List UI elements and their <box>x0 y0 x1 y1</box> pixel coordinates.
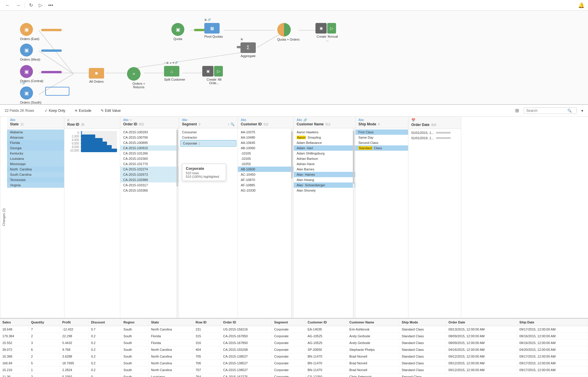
orderid-CA2015-101266[interactable]: CA-2015-101266 <box>120 151 179 156</box>
state-item-tennessee[interactable]: Tennessee <box>7 177 64 182</box>
custid-10105[interactable]: ​-10105 <box>238 151 293 156</box>
shipmode-second-class[interactable]: Second Class <box>355 140 408 145</box>
state-item-arkansas[interactable]: Arkansas <box>7 135 64 140</box>
cname-alan-barnes[interactable]: Alan Barnes <box>294 167 355 172</box>
layout-toggle-button[interactable]: ⊞ <box>515 108 519 113</box>
shipmode-same-day[interactable]: Same Day <box>355 135 408 140</box>
node-orders-west[interactable]: ▣ Orders (West) <box>20 44 40 61</box>
columns-container: Abc State 11 Alabama Arkansas Florida Ge… <box>7 117 588 318</box>
node-split-customer[interactable]: △ Split Customer ▿▣▲■🔗 <box>164 66 185 81</box>
play-button[interactable]: ▷ <box>37 2 44 9</box>
orderdate-01012019[interactable]: 01/01/2019, 1... <box>408 135 461 141</box>
cname-aaron-hawkins[interactable]: Aaron Hawkins <box>294 129 355 135</box>
custid-AB10060[interactable]: AB-10060 <box>238 145 293 151</box>
search-input[interactable] <box>526 109 567 113</box>
exclude-button[interactable]: ✕ Exclude <box>72 107 94 114</box>
table-cell: BN-11470 <box>305 367 347 373</box>
cname-alan-hwang[interactable]: Alan Hwang <box>294 177 355 182</box>
orderid-CA2015-101560[interactable]: CA-2015-101560 <box>120 156 179 161</box>
cname-adam-bellavance[interactable]: Adam Bellavance <box>294 140 355 145</box>
orderid-CA2015-102988[interactable]: CA-2015-102988 <box>120 177 179 182</box>
custid-10255[interactable]: ​-10255 <box>238 161 293 167</box>
state-item-florida[interactable]: Florida <box>7 140 64 145</box>
keep-only-button[interactable]: ✓ Keep Only <box>42 107 68 114</box>
table-row[interactable]: 39.07269.7680.2SouthNorth Carolina404CA-… <box>0 346 588 353</box>
custid-AA10480[interactable]: AA-10480 <box>238 135 293 140</box>
orderid-CA2015-100706[interactable]: CA-2015-100706 <box>120 135 179 140</box>
node-all-orders[interactable]: ■ All Orders <box>89 68 104 83</box>
cname-adam-shillingsburg[interactable]: Adam Shillingsburg <box>294 151 355 156</box>
state-item-virginia[interactable]: Virginia <box>7 182 64 188</box>
orderid-CA2015-103317[interactable]: CA-2015-103317 <box>120 182 179 188</box>
custid-AG10330[interactable]: AG-10330 <box>238 188 293 193</box>
back-button[interactable]: ← <box>4 2 12 9</box>
state-item-south-carolina[interactable]: South Carolina <box>7 172 64 177</box>
table-cell: 2.2824 <box>60 367 88 373</box>
orderdate-01012015[interactable]: 01/01/2015, 1... <box>408 130 461 135</box>
table-row[interactable]: 10.36823.62880.2SouthNorth Carolina705CA… <box>0 353 588 360</box>
node-create-all-ord[interactable]: ▣ ▷ Create 'All Orde... <box>202 66 226 85</box>
segment-search-btn[interactable]: 🔍 <box>230 122 235 126</box>
orderid-CA2015-103366[interactable]: CA-2015-103366 <box>120 188 179 193</box>
state-item-georgia[interactable]: Georgia <box>7 145 64 151</box>
th-rowid: Row ID <box>193 319 221 326</box>
node-pivot-quotas[interactable]: ▦ Pivot Quotas ▣🔗 <box>204 23 223 38</box>
table-cell: 705 <box>193 353 221 360</box>
table-row[interactable]: 15.21612.28240.2SouthNorth Carolina707CA… <box>0 367 588 373</box>
segment-contractor[interactable]: Contractor <box>179 135 238 140</box>
orderid-CA2015-102274[interactable]: CA-2015-102274 <box>120 167 179 172</box>
table-row[interactable]: 179.384222.2980.2SouthFlorida315CA-2015-… <box>0 333 588 340</box>
node-orders-central[interactable]: ▣ Orders (Central) <box>20 65 43 83</box>
orderid-CA2015-100293[interactable]: CA-2015-100293 <box>120 129 179 135</box>
state-item-alabama[interactable]: Alabama <box>7 129 64 135</box>
refresh-button[interactable]: ↻ <box>27 2 35 9</box>
custid-AF10885[interactable]: AF-10885 <box>238 182 293 188</box>
state-item-louisiana[interactable]: Louisiana <box>7 156 64 161</box>
custid-AC10450[interactable]: AC-10450 <box>238 172 293 177</box>
state-item-mississippi[interactable]: Mississippi <box>7 161 64 167</box>
state-item-north-carolina[interactable]: North Carolina <box>7 167 64 172</box>
orderid-CA2015-100895[interactable]: CA-2015-100895 <box>120 140 179 145</box>
more-button[interactable]: ••• <box>46 2 55 9</box>
table-row[interactable]: 11.3625.33920SouthLouisiana764CA-2015-16… <box>0 373 588 377</box>
table-row[interactable]: 15.55235.44320.2SouthFlorida316CA-2015-1… <box>0 340 588 346</box>
cname-adam-hart[interactable]: Adam Hart <box>294 145 355 151</box>
cname-alan-schoenberger[interactable]: Alan Schoenberger <box>294 182 355 188</box>
bar-row-6000: 6,000 <box>67 142 117 145</box>
node-aggregate[interactable]: Σ Aggregate ▣ <box>240 42 256 58</box>
node-orders-returns[interactable]: ⚬ Orders + Returns <box>127 67 151 89</box>
node-quota-orders[interactable]: Quota + Orders <box>277 23 300 41</box>
custid-AF10870[interactable]: AF-10870 <box>238 177 293 182</box>
shipmode-standard-class[interactable]: Standard Class <box>355 145 408 151</box>
custid-AA10645[interactable]: AA-10645 <box>238 140 293 145</box>
cname-adrian-hane[interactable]: Adrian Hane <box>294 161 355 167</box>
cname-alan-shonely[interactable]: Alan Shonely <box>294 188 355 193</box>
table-cell: SP-20650 <box>305 346 347 353</box>
orderid-CA2015-101770[interactable]: CA-2015-101770 <box>120 161 179 167</box>
custid-10165[interactable]: ​-10165 <box>238 156 293 161</box>
edit-value-button[interactable]: ✎ Edit Value <box>98 107 123 114</box>
custid-AB10600[interactable]: AB-10600 <box>238 167 293 172</box>
segment-corporate[interactable]: Corporate | <box>180 140 236 147</box>
segment-sort-btn[interactable]: ↕ <box>228 122 230 126</box>
cname-adrian-bartson[interactable]: Adrian Bartson <box>294 156 355 161</box>
cname-aaron-smayling[interactable]: Aaron Smayling <box>294 135 355 140</box>
side-label[interactable]: Changes (2) <box>0 117 7 318</box>
table-cell: 166.84 <box>0 360 29 367</box>
orderid-CA2015-100916[interactable]: CA-2015-100916 <box>120 145 179 151</box>
segment-consumer[interactable]: Consumer <box>179 129 238 135</box>
node-quota[interactable]: ▣ Quota <box>171 23 184 41</box>
filter-dropdown-button[interactable]: ▾ <box>581 108 583 113</box>
search-box[interactable]: 🔍 <box>524 107 577 114</box>
table-row[interactable]: 166.84518.76950.2SouthNorth Carolina706C… <box>0 360 588 367</box>
cname-alan-haines[interactable]: Alan Haines <box>294 172 355 177</box>
node-create-annual[interactable]: ▣ ▷ Create 'Annual ... <box>315 23 339 42</box>
orderid-CA2015-102673[interactable]: CA-2015-102673 <box>120 172 179 177</box>
state-item-kentucky[interactable]: Kentucky <box>7 151 64 156</box>
forward-button[interactable]: → <box>14 2 22 9</box>
shipmode-first-class[interactable]: First Class <box>355 129 408 135</box>
node-orders-south[interactable]: ▣ Orders (South) ▿🔗 <box>20 87 41 104</box>
table-row[interactable]: 18.6487-12.4320.7SouthNorth Carolina231U… <box>0 326 588 333</box>
custid-AA10375[interactable]: AA-10375 <box>238 129 293 135</box>
node-orders-east[interactable]: ▣ Orders (East) <box>20 23 39 41</box>
